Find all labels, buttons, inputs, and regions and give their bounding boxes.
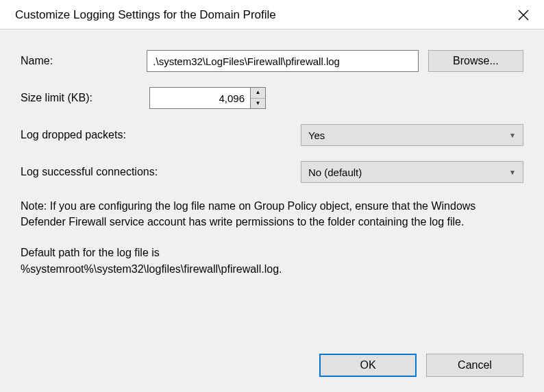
- titlebar: Customize Logging Settings for the Domai…: [0, 0, 544, 29]
- dialog-content: Name: Browse... Size limit (KB): ▲ ▼ Log…: [0, 29, 544, 392]
- name-row: Name: Browse...: [21, 50, 523, 72]
- name-label: Name:: [21, 55, 147, 67]
- dropped-dropdown[interactable]: Yes ▼: [301, 124, 523, 146]
- browse-button[interactable]: Browse...: [428, 50, 523, 72]
- dropped-row: Log dropped packets: Yes ▼: [21, 124, 523, 146]
- chevron-down-icon: ▼: [509, 132, 516, 139]
- ok-button[interactable]: OK: [319, 354, 417, 377]
- size-spinner: ▲ ▼: [149, 87, 266, 109]
- spinner-buttons: ▲ ▼: [251, 87, 266, 109]
- close-icon: [518, 10, 529, 21]
- dialog-title: Customize Logging Settings for the Domai…: [15, 8, 276, 22]
- spinner-down-button[interactable]: ▼: [251, 99, 265, 109]
- note-text: Note: If you are configuring the log fil…: [21, 198, 523, 230]
- success-display: No (default) ▼: [301, 161, 523, 183]
- success-value: No (default): [308, 167, 362, 178]
- dropped-label: Log dropped packets:: [21, 129, 301, 141]
- chevron-down-icon: ▼: [509, 169, 516, 176]
- size-input[interactable]: [149, 87, 251, 109]
- name-input[interactable]: [147, 50, 418, 72]
- size-row: Size limit (KB): ▲ ▼: [21, 87, 523, 109]
- default-path-value: %systemroot%\system32\logfiles\firewall\…: [21, 263, 282, 275]
- default-path-intro: Default path for the log file is: [21, 247, 160, 258]
- dropped-display: Yes ▼: [301, 124, 523, 146]
- close-button[interactable]: [515, 7, 532, 23]
- spinner-up-button[interactable]: ▲: [251, 88, 265, 99]
- success-label: Log successful connections:: [21, 166, 301, 178]
- success-row: Log successful connections: No (default)…: [21, 161, 523, 183]
- default-path-block: Default path for the log file is %system…: [21, 245, 523, 276]
- dropped-value: Yes: [308, 130, 325, 141]
- success-dropdown[interactable]: No (default) ▼: [301, 161, 523, 183]
- cancel-button[interactable]: Cancel: [426, 354, 523, 377]
- dialog-buttons: OK Cancel: [319, 354, 523, 377]
- size-label: Size limit (KB):: [21, 92, 149, 104]
